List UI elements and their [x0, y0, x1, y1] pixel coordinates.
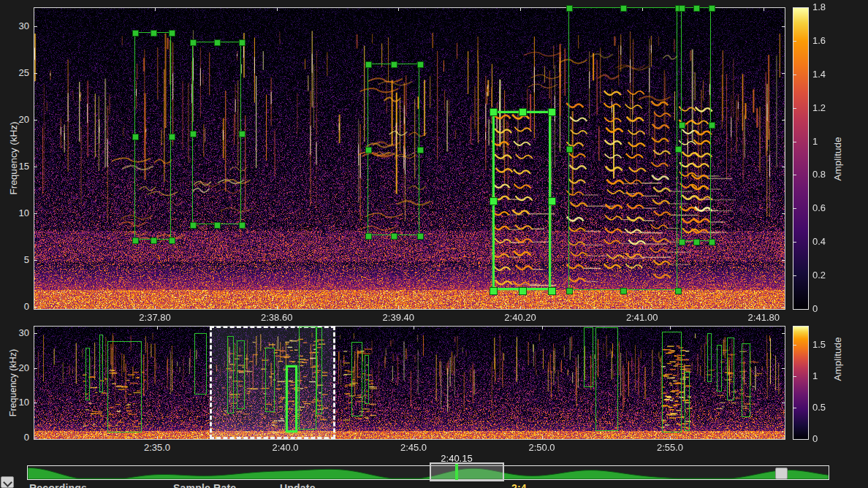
annotation-handle[interactable]: [679, 122, 685, 129]
colorbar-tick-label: 1.8: [812, 2, 826, 12]
x-tick-label: 2:45.0: [392, 443, 435, 453]
annotation-handle[interactable]: [214, 222, 221, 229]
annotation-handle[interactable]: [365, 147, 372, 153]
annotation-handle[interactable]: [679, 239, 685, 245]
axis-tick-mark: [286, 436, 286, 440]
annotation-box[interactable]: [237, 340, 245, 409]
annotation-handle[interactable]: [490, 108, 498, 116]
annotation-box[interactable]: [685, 372, 690, 431]
y-tick-label: 30: [10, 328, 29, 338]
annotation-handle[interactable]: [151, 30, 157, 37]
annotation-box[interactable]: [227, 336, 234, 413]
collapse-button[interactable]: [1, 476, 14, 488]
annotation-box[interactable]: [717, 345, 722, 392]
annotation-handle[interactable]: [151, 237, 157, 244]
annotation-handle[interactable]: [214, 39, 221, 46]
axis-tick-mark: [157, 436, 158, 440]
annotation-handle[interactable]: [190, 39, 197, 46]
annotation-box[interactable]: [299, 327, 316, 430]
annotation-box[interactable]: [707, 333, 712, 382]
colorbar-tick-label: 0: [812, 304, 818, 314]
waveform-canvas[interactable]: [28, 466, 829, 479]
annotation-box[interactable]: [727, 338, 734, 400]
annotation-handle[interactable]: [519, 287, 527, 295]
annotation-handle[interactable]: [566, 146, 573, 153]
annotation-box[interactable]: [568, 7, 677, 290]
annotation-box[interactable]: [85, 348, 90, 400]
annotation-box[interactable]: [365, 355, 369, 404]
annotation-box[interactable]: [134, 32, 171, 240]
annotation-handle[interactable]: [675, 288, 682, 294]
annotation-box[interactable]: [662, 332, 682, 432]
colorbar-tick-label: 1.2: [812, 103, 826, 113]
annotation-handle[interactable]: [365, 61, 372, 68]
axis-tick-mark: [286, 326, 286, 329]
y-tick-label: 25: [10, 68, 29, 78]
annotation-handle[interactable]: [239, 222, 245, 229]
annotation-handle[interactable]: [417, 233, 424, 240]
annotation-handle[interactable]: [190, 222, 197, 229]
axis-tick-mark: [34, 333, 37, 334]
axis-tick-mark: [782, 26, 785, 27]
annotation-handle[interactable]: [132, 30, 139, 37]
colorbar-tick-mark: [793, 275, 796, 276]
annotation-box[interactable]: [681, 7, 711, 241]
annotation-box[interactable]: [492, 111, 551, 290]
annotation-box[interactable]: [265, 348, 275, 412]
annotation-handle[interactable]: [548, 108, 556, 116]
annotation-handle[interactable]: [365, 233, 372, 240]
annotation-handle[interactable]: [679, 5, 685, 12]
x-tick-label: 2:55.0: [648, 443, 692, 453]
annotation-box[interactable]: [595, 327, 618, 431]
panner-scroll-handle[interactable]: [775, 468, 788, 479]
annotation-handle[interactable]: [169, 30, 175, 37]
annotation-handle[interactable]: [693, 239, 700, 245]
annotation-box[interactable]: [368, 64, 419, 235]
annotation-handle[interactable]: [566, 5, 573, 12]
annotation-handle[interactable]: [548, 197, 556, 205]
panner-window[interactable]: [430, 462, 504, 481]
x-tick-label: 2:40.20: [495, 313, 546, 323]
axis-tick-mark: [414, 326, 414, 329]
annotation-box[interactable]: [316, 327, 322, 414]
colorbar-tick-mark: [793, 309, 796, 310]
annotation-handle[interactable]: [490, 287, 498, 295]
annotation-handle[interactable]: [519, 108, 527, 116]
annotation-box[interactable]: [584, 327, 593, 387]
annotation-handle[interactable]: [620, 288, 627, 294]
annotation-handle[interactable]: [693, 5, 700, 12]
annotation-handle[interactable]: [169, 237, 175, 244]
annotation-handle[interactable]: [490, 197, 498, 205]
annotation-handle[interactable]: [169, 134, 175, 140]
annotation-box[interactable]: [192, 42, 241, 224]
waveform-overview-strip[interactable]: [27, 465, 829, 480]
annotation-box[interactable]: [286, 365, 297, 432]
annotation-handle[interactable]: [566, 288, 573, 294]
annotation-box[interactable]: [194, 333, 207, 394]
annotation-handle[interactable]: [132, 134, 139, 140]
annotation-handle[interactable]: [709, 239, 715, 245]
annotation-handle[interactable]: [709, 5, 715, 12]
annotation-handle[interactable]: [417, 147, 424, 153]
annotation-box[interactable]: [351, 342, 362, 416]
axis-tick-mark: [670, 436, 671, 440]
annotation-box[interactable]: [99, 335, 103, 392]
axis-tick-mark: [398, 7, 399, 11]
annotation-handle[interactable]: [190, 131, 197, 137]
annotation-handle[interactable]: [417, 61, 424, 68]
axis-tick-mark: [782, 438, 785, 438]
annotation-box[interactable]: [742, 343, 750, 417]
playhead-marker[interactable]: [455, 464, 458, 480]
annotation-handle[interactable]: [132, 237, 139, 244]
y-tick-label: 15: [10, 161, 29, 172]
annotation-handle[interactable]: [391, 61, 397, 68]
annotation-handle[interactable]: [709, 122, 715, 129]
annotation-handle[interactable]: [620, 5, 627, 12]
annotation-handle[interactable]: [391, 233, 397, 240]
axis-tick-mark: [782, 120, 785, 121]
annotation-handle[interactable]: [239, 39, 245, 46]
annotation-handle[interactable]: [548, 287, 556, 295]
annotation-box[interactable]: [107, 341, 142, 432]
annotation-handle[interactable]: [239, 131, 245, 137]
colorbar-tick-label: 0: [812, 434, 818, 444]
